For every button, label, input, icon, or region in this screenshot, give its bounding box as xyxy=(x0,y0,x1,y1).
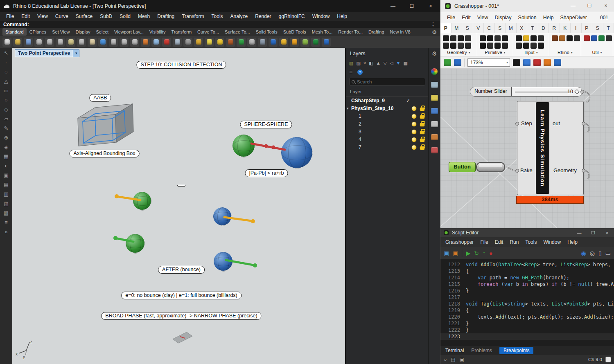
script-editor-titlebar[interactable]: Script Editor — ☐ × xyxy=(440,228,614,237)
split-columns-icon[interactable]: ▯ xyxy=(598,250,602,256)
menu-item-surface[interactable]: Surface xyxy=(72,12,96,21)
grid-icon[interactable]: ▦ xyxy=(4,154,9,160)
menu-item-tools[interactable]: Tools xyxy=(208,12,227,21)
zoom-window-icon[interactable] xyxy=(120,38,129,47)
component-icon[interactable] xyxy=(598,35,605,41)
number-slider-label[interactable]: Number Slider xyxy=(470,87,512,96)
layer-lock-icon[interactable] xyxy=(420,139,424,142)
maximize-button[interactable]: ☐ xyxy=(402,0,421,12)
docs-icon[interactable]: ▣ xyxy=(460,357,464,362)
toolbar-tab-new-in-v8[interactable]: New in V8 xyxy=(387,28,413,36)
grasshopper-canvas[interactable]: Number Slider 10 Step Bake Learn Physics… xyxy=(440,69,614,228)
code-line-1220[interactable]: 1220 texts.Add(text); pts.Add(pt); sizes… xyxy=(440,314,614,320)
geometry-output-port[interactable] xyxy=(582,169,585,173)
menu-item-mesh[interactable]: Mesh xyxy=(134,12,154,21)
menu-item-transform[interactable]: Transform xyxy=(178,12,208,21)
menu-item-view[interactable]: View xyxy=(474,12,492,23)
cut-icon[interactable] xyxy=(45,38,54,47)
menu-item-file[interactable]: File xyxy=(477,237,491,247)
component-tab-14[interactable]: S xyxy=(592,23,603,33)
zoom-extents-icon[interactable] xyxy=(130,38,139,47)
toolbar-tab-display[interactable]: Display xyxy=(72,28,93,36)
component-icon[interactable] xyxy=(567,35,573,41)
move-up-icon[interactable]: ▲ xyxy=(376,60,381,66)
component-icon[interactable] xyxy=(494,43,501,49)
save-icon[interactable]: ▣ xyxy=(444,250,449,256)
menu-item-help[interactable]: Help xyxy=(333,12,351,21)
bake-input-port[interactable] xyxy=(515,169,519,173)
command-bar[interactable]: Command: ▲ ▼ xyxy=(0,21,440,28)
earth-icon[interactable] xyxy=(311,38,320,47)
palette-group-label[interactable]: Primitive▾ xyxy=(479,50,511,56)
physics-simulation-component[interactable]: Step Bake Learn Physics Simulation out G… xyxy=(517,101,584,195)
rhino-titlebar[interactable]: Rhino 8 Educational Lab License - [Two P… xyxy=(0,0,440,12)
history-up-icon[interactable]: ▲ xyxy=(432,21,434,24)
menu-item-grasshopper[interactable]: Grasshopper xyxy=(442,237,477,247)
component-tab-10[interactable]: R xyxy=(549,23,560,33)
layer-row-3[interactable]: 3 xyxy=(346,128,428,136)
language-version[interactable]: C# 9.0 xyxy=(588,357,602,362)
layer-row-1[interactable]: 1 xyxy=(346,112,428,120)
minimize-button[interactable]: — xyxy=(565,0,581,12)
component-tab-13[interactable]: P xyxy=(582,23,593,33)
command-history-arrows[interactable]: ▲ ▼ xyxy=(432,21,434,27)
draw-fancy-icon[interactable] xyxy=(533,59,541,66)
toolbar-tab-cplanes[interactable]: CPlanes xyxy=(27,28,50,36)
preview-eye-icon[interactable] xyxy=(523,59,530,66)
menu-item-edit[interactable]: Edit xyxy=(18,12,34,21)
display-mode-icon[interactable] xyxy=(173,38,182,47)
more-icon[interactable]: » xyxy=(5,229,7,235)
menu-item-tools[interactable]: Tools xyxy=(522,237,540,247)
expander-icon[interactable]: ▾ xyxy=(347,105,349,112)
component-tab-8[interactable]: T xyxy=(527,23,538,33)
toolbar-tab-drafting[interactable]: Drafting xyxy=(366,28,387,36)
close-button[interactable]: × xyxy=(600,228,614,237)
viewport[interactable]: z x y Two Point Perspective ▾ STEP 10: C… xyxy=(12,48,345,364)
code-line-1219[interactable]: 1219{ xyxy=(440,307,614,314)
step-icon[interactable]: ↑ xyxy=(483,250,485,256)
menu-item-display[interactable]: Display xyxy=(492,12,515,23)
bottom-tab-terminal[interactable]: Terminal xyxy=(445,348,464,353)
layer-lock-icon[interactable] xyxy=(420,108,424,111)
run-play-icon[interactable]: ▶ xyxy=(466,250,470,256)
toolbar-tab-transform[interactable]: Transform xyxy=(168,28,194,36)
preview-shaded-icon[interactable] xyxy=(544,59,551,66)
viewport-tab[interactable]: Two Point Perspective ▾ xyxy=(15,49,79,57)
component-tab-1[interactable]: M xyxy=(451,23,463,33)
component-tab-4[interactable]: C xyxy=(484,23,495,33)
columns-icon[interactable]: ▥ xyxy=(4,191,9,197)
globe-icon[interactable] xyxy=(237,38,246,47)
component-icon[interactable] xyxy=(538,35,544,41)
component-icon[interactable] xyxy=(443,43,449,49)
toolbar-tab-visibility[interactable]: Visibility xyxy=(147,28,169,36)
menu-item-window[interactable]: Window xyxy=(540,237,564,247)
menu-item-file[interactable]: File xyxy=(2,12,18,21)
menu-item-run[interactable]: Run xyxy=(506,237,522,247)
preview-eye-icon[interactable]: ◉ xyxy=(581,250,586,256)
menu-item-help[interactable]: Help xyxy=(564,237,581,247)
code-line-1215[interactable]: 1215 foreach (var b in breps) if (b != n… xyxy=(440,281,614,288)
component-icon[interactable] xyxy=(494,35,501,41)
menu-item-shapediver[interactable]: ShapeDiver xyxy=(557,12,590,23)
viewport-tab-dropdown-icon[interactable]: ▾ xyxy=(73,49,79,57)
toolbar-tab-surface-to[interactable]: Surface To... xyxy=(222,28,253,36)
component-tab-3[interactable]: V xyxy=(473,23,484,33)
pan-icon[interactable] xyxy=(88,38,97,47)
sphere-blue-after[interactable] xyxy=(214,252,233,271)
layer-row-4[interactable]: 4 xyxy=(346,136,428,144)
toolbar-tab-curve-to[interactable]: Curve To... xyxy=(194,28,222,36)
minimize-button[interactable]: — xyxy=(572,228,586,237)
toolbar-tab-set-view[interactable]: Set View xyxy=(49,28,72,36)
new-sublayer-icon[interactable]: ▨ xyxy=(356,60,360,66)
menu-item-solution[interactable]: Solution xyxy=(515,12,540,23)
hatch-icon[interactable] xyxy=(258,38,267,47)
menu-item-view[interactable]: View xyxy=(34,12,52,21)
move-down-icon[interactable]: ▽ xyxy=(384,60,387,66)
toolbar-tab-viewport-lay[interactable]: Viewport Lay... xyxy=(111,28,147,36)
menu-item-drafting[interactable]: Drafting xyxy=(154,12,178,21)
grid-view-icon[interactable]: ▦ xyxy=(403,60,407,66)
circle-icon[interactable]: ○ xyxy=(5,97,8,103)
filter-icon[interactable]: ▼ xyxy=(396,60,400,66)
component-name-bar[interactable]: Learn Physics Simulation xyxy=(536,102,549,194)
open-icon[interactable] xyxy=(444,59,451,66)
